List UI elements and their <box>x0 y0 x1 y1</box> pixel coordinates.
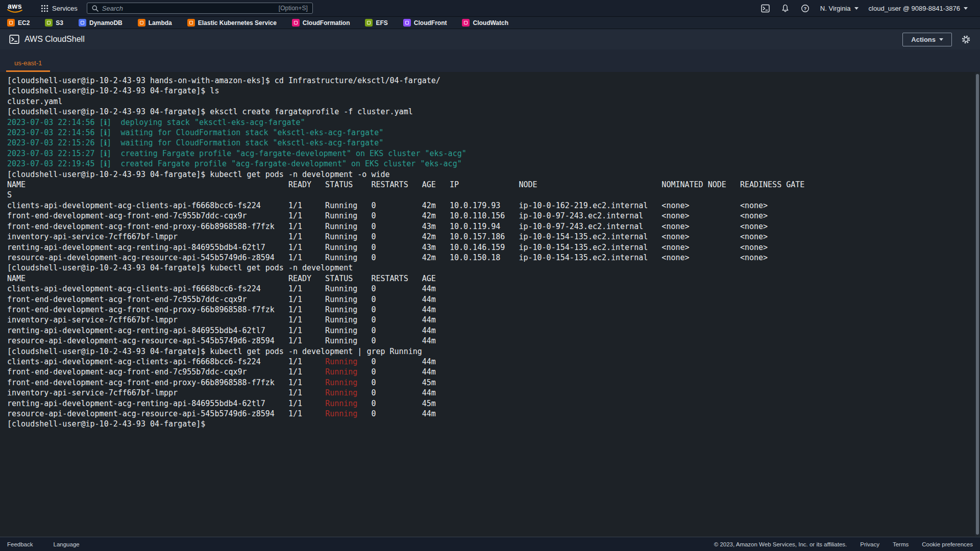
actions-button-label: Actions <box>911 36 936 43</box>
favorite-label: CloudFront <box>414 19 447 27</box>
terminal-line: 2023-07-03 22:15:26 [ℹ] waiting for Clou… <box>7 138 970 148</box>
efs-icon <box>365 19 373 27</box>
scrollbar-thumb[interactable] <box>976 74 979 535</box>
favorite-label: Elastic Kubernetes Service <box>198 19 277 27</box>
terminal-line: [cloudshell-user@ip-10-2-43-93 04-fargat… <box>7 263 970 273</box>
region-label: N. Virginia <box>820 5 851 12</box>
favorite-dynamodb[interactable]: DynamoDB <box>79 19 122 27</box>
terminal-line: 2023-07-03 22:14:56 [ℹ] deploying stack … <box>7 117 970 128</box>
console-footer: Feedback Language © 2023, Amazon Web Ser… <box>0 537 980 551</box>
services-menu-button[interactable]: Services <box>38 0 81 17</box>
actions-button[interactable]: Actions <box>902 33 952 46</box>
favorite-lambda[interactable]: Lambda <box>138 19 172 27</box>
cloudshell-header: AWS CloudShell Actions <box>0 29 980 49</box>
region-selector[interactable]: N. Virginia <box>815 0 864 17</box>
cloudshell-title-group: AWS CloudShell <box>9 34 85 44</box>
terminal-line: NAME READY STATUS RESTARTS AGE IP NODE N… <box>7 180 970 190</box>
cloudshell-terminal-icon <box>761 4 770 13</box>
svg-text:?: ? <box>803 5 806 11</box>
search-shortcut-hint: [Option+S] <box>279 5 308 12</box>
footer-right: © 2023, Amazon Web Services, Inc. or its… <box>714 541 973 547</box>
terminal-line: [cloudshell-user@ip-10-2-43-93 04-fargat… <box>7 169 970 180</box>
terminal-line: front-end-development-acg-front-end-prox… <box>7 305 970 315</box>
favorite-label: CloudWatch <box>473 19 508 27</box>
terminal-line: resource-api-development-acg-resource-ap… <box>7 253 970 263</box>
account-label: cloud_user @ 9089-8841-3876 <box>869 5 960 12</box>
dynamodb-icon <box>79 19 86 27</box>
cloudshell-header-actions: Actions <box>902 33 972 46</box>
terminal-line: 2023-07-03 22:14:56 [ℹ] waiting for Clou… <box>7 128 970 138</box>
terminal-line: inventory-api-service-7cff667bf-lmppr 1/… <box>7 315 970 325</box>
terms-link[interactable]: Terms <box>893 541 909 547</box>
terminal-line: inventory-api-service-7cff667bf-lmppr 1/… <box>7 232 970 242</box>
favorite-label: EC2 <box>18 19 30 27</box>
terminal-line: S <box>7 190 970 200</box>
cloudshell-terminal-icon <box>9 34 19 44</box>
terminal-line: front-end-development-acg-front-end-7c95… <box>7 294 970 305</box>
terminal-line: clients-api-development-acg-clients-api-… <box>7 201 970 211</box>
ec2-icon <box>7 19 15 27</box>
region-tab-bar: us-east-1 <box>0 49 980 72</box>
favorite-label: CloudFormation <box>303 19 350 27</box>
terminal-line: NAME READY STATUS RESTARTS AGE <box>7 273 970 284</box>
footer-left: Feedback Language <box>7 541 80 547</box>
aws-logo[interactable]: aws <box>7 3 22 13</box>
favorite-label: DynamoDB <box>89 19 122 27</box>
cookie-preferences-link[interactable]: Cookie preferences <box>922 541 973 547</box>
terminal-line: renting-api-development-acg-renting-api-… <box>7 242 970 253</box>
terminal-line: resource-api-development-acg-resource-ap… <box>7 409 970 419</box>
terminal-line: 2023-07-03 22:15:27 [ℹ] creating Fargate… <box>7 148 970 159</box>
scrollbar-track[interactable] <box>975 72 980 536</box>
terminal-line: [cloudshell-user@ip-10-2-43-93 04-fargat… <box>7 86 970 96</box>
services-label: Services <box>52 5 78 12</box>
s3-icon <box>45 19 53 27</box>
privacy-link[interactable]: Privacy <box>860 541 879 547</box>
settings-gear-button[interactable] <box>960 34 972 45</box>
copyright-text: © 2023, Amazon Web Services, Inc. or its… <box>714 541 847 547</box>
top-navigation-bar: aws Services [Option+S] ? N. Virginia <box>0 0 980 17</box>
chevron-down-icon <box>964 7 968 10</box>
favorite-s3[interactable]: S3 <box>45 19 63 27</box>
notifications-button[interactable] <box>775 0 795 17</box>
terminal-line: [cloudshell-user@ip-10-2-43-93 04-fargat… <box>7 346 970 357</box>
favorite-cloudwatch[interactable]: CloudWatch <box>462 19 508 27</box>
favorites-bar: EC2S3DynamoDBLambdaElastic Kubernetes Se… <box>0 17 980 29</box>
feedback-link[interactable]: Feedback <box>7 541 33 547</box>
eks-icon <box>187 19 195 27</box>
terminal-line: resource-api-development-acg-resource-ap… <box>7 336 970 346</box>
help-question-icon: ? <box>801 4 810 13</box>
cloudfront-icon <box>403 19 411 27</box>
favorite-ec2[interactable]: EC2 <box>7 19 30 27</box>
page-title: AWS CloudShell <box>24 35 85 44</box>
terminal-line: clients-api-development-acg-clients-api-… <box>7 357 970 367</box>
terminal-line: [cloudshell-user@ip-10-2-43-93 hands-on-… <box>7 76 970 86</box>
terminal-line: front-end-development-acg-front-end-7c95… <box>7 367 970 377</box>
terminal-line: [cloudshell-user@ip-10-2-43-93 04-fargat… <box>7 107 970 117</box>
favorite-label: EFS <box>376 19 387 27</box>
terminal-output[interactable]: [cloudshell-user@ip-10-2-43-93 hands-on-… <box>0 72 980 537</box>
language-link[interactable]: Language <box>54 541 80 547</box>
favorite-label: S3 <box>56 19 63 27</box>
favorite-elastic-kubernetes-service[interactable]: Elastic Kubernetes Service <box>187 19 277 27</box>
terminal-line: clients-api-development-acg-clients-api-… <box>7 284 970 294</box>
favorite-efs[interactable]: EFS <box>365 19 387 27</box>
cloudwatch-icon <box>462 19 470 27</box>
tab-label: us-east-1 <box>14 59 42 67</box>
favorite-cloudfront[interactable]: CloudFront <box>403 19 447 27</box>
terminal-line: front-end-development-acg-front-end-7c95… <box>7 211 970 221</box>
search-box[interactable]: [Option+S] <box>87 3 313 14</box>
search-icon <box>92 5 99 12</box>
chevron-down-icon <box>854 7 859 10</box>
terminal-line: front-end-development-acg-front-end-prox… <box>7 221 970 232</box>
tab-us-east-1[interactable]: us-east-1 <box>6 59 50 72</box>
terminal-line: cluster.yaml <box>7 96 970 107</box>
cloudshell-nav-button[interactable] <box>755 0 775 17</box>
help-button[interactable]: ? <box>795 0 815 17</box>
terminal-line: [cloudshell-user@ip-10-2-43-93 04-fargat… <box>7 419 970 429</box>
aws-logo-text: aws <box>8 3 22 9</box>
lambda-icon <box>138 19 145 27</box>
favorite-cloudformation[interactable]: CloudFormation <box>292 19 350 27</box>
account-menu[interactable]: cloud_user @ 9089-8841-3876 <box>864 0 973 17</box>
search-input[interactable] <box>102 5 275 12</box>
aws-smile-icon <box>7 9 22 13</box>
